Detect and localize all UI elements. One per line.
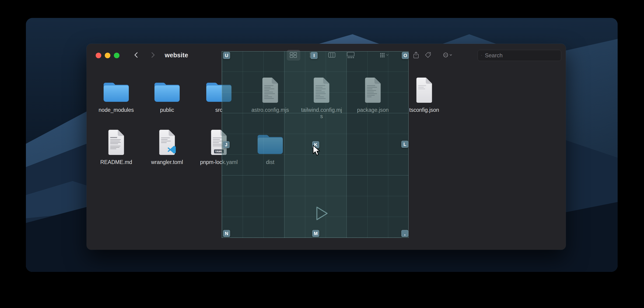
window-title: website xyxy=(165,52,188,59)
document-icon xyxy=(157,130,177,155)
search-field[interactable] xyxy=(478,50,561,61)
grid-label-l: L xyxy=(401,141,408,148)
file-label: node_modules xyxy=(99,107,134,113)
document-icon xyxy=(106,130,126,155)
folder-icon xyxy=(102,78,130,103)
homerow-grid-overlay: U I O J K L N M , xyxy=(222,51,408,238)
grid-label-m: M xyxy=(312,230,319,237)
file-node-modules[interactable]: node_modules xyxy=(93,78,140,113)
forward-button[interactable] xyxy=(149,51,157,59)
file-readme[interactable]: README.md xyxy=(93,130,140,165)
tag-icon xyxy=(424,51,432,58)
more-actions-button[interactable] xyxy=(443,51,452,59)
chevron-right-icon xyxy=(149,51,156,58)
file-label: wrangler.toml xyxy=(151,159,183,165)
grid-label-comma: , xyxy=(401,230,408,237)
tags-button[interactable] xyxy=(423,51,432,59)
minimize-button[interactable] xyxy=(105,53,110,58)
search-icon xyxy=(481,53,482,58)
folder-icon xyxy=(153,78,181,103)
document-icon xyxy=(414,78,434,103)
grid-label-i: I xyxy=(310,52,318,59)
ellipsis-circle-icon xyxy=(443,51,448,59)
file-label: public xyxy=(160,107,174,113)
grid-label-o: O xyxy=(402,52,409,59)
grid-label-u: U xyxy=(223,52,230,59)
grid-label-j: J xyxy=(222,141,230,148)
grid-label-n: N xyxy=(223,230,230,237)
back-button[interactable] xyxy=(132,51,140,59)
play-icon xyxy=(314,205,330,222)
chevron-down-icon xyxy=(450,54,452,56)
chevron-left-icon xyxy=(133,51,140,58)
file-wrangler-toml[interactable]: wrangler.toml xyxy=(144,130,190,165)
share-icon xyxy=(412,51,420,59)
search-input[interactable] xyxy=(484,52,558,59)
file-label: src xyxy=(215,107,222,113)
close-button[interactable] xyxy=(96,53,101,58)
zoom-button[interactable] xyxy=(114,53,120,58)
file-label: README.md xyxy=(100,159,132,165)
mouse-cursor xyxy=(312,145,322,157)
file-label: tsconfig.json xyxy=(409,107,439,113)
file-public[interactable]: public xyxy=(144,78,190,113)
share-button[interactable] xyxy=(411,51,421,59)
